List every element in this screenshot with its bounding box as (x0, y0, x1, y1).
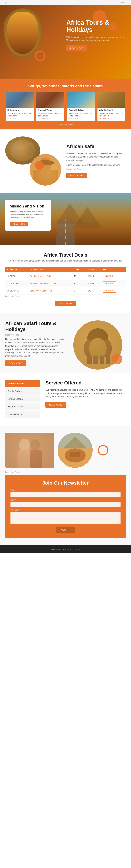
row3-date: 19 SEP 2021 (5, 287, 28, 294)
orange-source: Images from Freepik (5, 123, 126, 125)
safari-woman-image (30, 154, 61, 186)
safari-section: African safari Phasellus volutpat dolor … (0, 129, 131, 193)
hero-read-more-button[interactable]: READ MORE (67, 45, 87, 51)
row3-destination-link[interactable]: Cape Town to Safari Tours (30, 290, 52, 292)
row2-destination-link[interactable]: Nairobi to Zanzibar North Coast (30, 282, 57, 284)
hero-content: Africa Tours & Holidays With tremendous … (67, 19, 126, 51)
category-cards: Kilimanjaro Sample text. Click to select… (5, 92, 126, 121)
service-description: Our integrity is about taking pride in w… (45, 388, 126, 399)
service-menu-birding[interactable]: Birding Safaris (5, 396, 40, 402)
col-price: FROM (86, 267, 101, 272)
newsletter-source: Image from Freepik (5, 471, 126, 473)
mission-title: Mission and Vision (10, 204, 46, 209)
table-row: 13 OCT 2021 Nairobi to Zanzibar North Co… (5, 280, 126, 287)
card-cultural: Cultural Tours Sample text. Click to sel… (36, 92, 64, 121)
row2-date: 13 OCT 2021 (5, 280, 28, 287)
table-row: 19 SEP 2021 Cape Town to Safari Tours 5 … (5, 287, 126, 294)
beach-body: Beach Holidays Sample text. Click to sel… (67, 108, 95, 121)
service-menu-gorilla[interactable]: Gorilla Safaris (5, 388, 40, 395)
svg-point-25 (30, 439, 40, 451)
name-label: Name (10, 499, 121, 501)
newsletter-submit-button[interactable]: SUBMIT (56, 527, 75, 533)
col-days: DAYS (72, 267, 86, 272)
mission-text: Industry-leading products and customer s… (10, 210, 46, 219)
svg-rect-21 (99, 355, 104, 364)
nav-landing[interactable]: Landing (121, 1, 128, 3)
svg-rect-20 (93, 355, 98, 364)
deals-table-header-row: COUNTRY DESTINATION DAYS FROM BOOK IT (5, 267, 126, 272)
row1-btn-cell: VIEW TRIP (101, 272, 126, 280)
service-menu-mountain[interactable]: Mountain Hiking (5, 403, 40, 410)
tours-read-more-button[interactable]: READ MORE (5, 361, 26, 366)
safari-title: African safari (67, 144, 126, 149)
svg-rect-27 (30, 450, 42, 468)
newsletter-images (5, 433, 126, 468)
row1-view-trip-button[interactable]: VIEW TRIP (103, 274, 116, 278)
header: logo Landing (0, 0, 131, 5)
kilimanjaro-body: Kilimanjaro Sample text. Click to select… (6, 108, 34, 121)
beach-image (67, 92, 95, 108)
row1-days: 10 (72, 272, 86, 280)
deals-table-body: 15 SEP 2021 Zanzibar to Victoria Falls 1… (5, 272, 126, 294)
row3-btn-cell: VIEW TRIP (101, 287, 126, 294)
svg-rect-19 (87, 355, 92, 364)
tours-orange-dot (112, 354, 122, 364)
tours-image-container (70, 320, 126, 366)
beach-link[interactable]: READ MORE (69, 118, 93, 120)
souqs-section: Souqs, savannas, safaris and the Sahara … (0, 79, 131, 129)
woman-hat-shape (30, 154, 61, 186)
row1-destination-link[interactable]: Zanzibar to Victoria Falls (30, 275, 51, 277)
card-kilimanjaro: Kilimanjaro Sample text. Click to select… (6, 92, 34, 121)
col-country: COUNTRY (5, 267, 28, 272)
deals-section: Africa Travel Deals Lorem ipsum dolor si… (0, 245, 131, 313)
hero-title: Africa Tours & Holidays (67, 19, 126, 33)
service-menu-cultural[interactable]: Cultural Tours (5, 411, 40, 418)
row1-date: 15 SEP 2021 (5, 272, 28, 280)
card-beach: Beach Holidays Sample text. Click to sel… (67, 92, 95, 121)
row2-btn-cell: VIEW TRIP (101, 280, 126, 287)
name-field-container: Name (10, 499, 121, 507)
cultural-title: Cultural Tours (38, 109, 62, 112)
hero-section: Africa Tours & Holidays With tremendous … (0, 5, 131, 79)
deals-subtitle: Lorem ipsum dolor sit amet, consectetur … (5, 259, 126, 262)
row3-price: 970 € (86, 287, 101, 294)
footer: website site | Privacy Policy | Contact (0, 545, 131, 553)
tours-source: Image from Freepik (5, 334, 64, 336)
cultural-link[interactable]: READ MORE (38, 118, 62, 120)
email-label: Email (10, 489, 121, 491)
deals-table: COUNTRY DESTINATION DAYS FROM BOOK IT 15… (5, 267, 126, 294)
service-content: Service Offered Our integrity is about t… (45, 380, 126, 418)
kilimanjaro-title: Kilimanjaro (7, 109, 32, 112)
mission-read-more-button[interactable]: READ MORE (10, 222, 28, 226)
row3-view-trip-button[interactable]: VIEW TRIP (103, 289, 116, 292)
deals-source: Image from Freepik (5, 296, 126, 297)
footer-text: website site | Privacy Policy | Contact (51, 549, 80, 550)
safari-read-more-button[interactable]: READ MORE (67, 173, 87, 178)
newsletter-title: Join Our Newsletter (10, 480, 121, 486)
wildlife-link[interactable]: READ MORE (99, 118, 124, 120)
svg-point-2 (10, 144, 22, 154)
service-menu-wildlife[interactable]: Wildlife Safaris (5, 380, 40, 387)
couple-shape (5, 433, 54, 468)
message-label: Message (10, 509, 121, 511)
table-row: 15 SEP 2021 Zanzibar to Victoria Falls 1… (5, 272, 126, 280)
newsletter-couple-image (5, 433, 54, 468)
kilimanjaro-link[interactable]: READ MORE (7, 118, 32, 120)
email-input[interactable] (10, 492, 121, 497)
message-textarea[interactable] (10, 512, 121, 524)
logo: logo (3, 1, 7, 3)
row2-price: 1,340 € (86, 280, 101, 287)
cultural-text: Sample text. Click to select the Text Do… (38, 112, 62, 117)
tiger-silhouette (7, 12, 38, 54)
deals-more-trips-button[interactable]: MORE TRIPS (55, 301, 76, 306)
svg-rect-22 (106, 355, 110, 364)
safari-images (5, 136, 61, 186)
hero-dot-outline (35, 51, 45, 61)
row2-view-trip-button[interactable]: VIEW TRIP (103, 281, 116, 285)
newsletter-form: Join Our Newsletter Email Name Message S… (5, 475, 126, 538)
name-input[interactable] (10, 502, 121, 507)
newsletter-section: Image from Freepik Join Our Newsletter E… (0, 426, 131, 545)
service-read-more-button[interactable]: READ MORE (45, 402, 67, 408)
wildlife-title: Wildlife Safari (99, 109, 124, 112)
card-wildlife: Wildlife Safari Sample text. Click to se… (97, 92, 125, 121)
